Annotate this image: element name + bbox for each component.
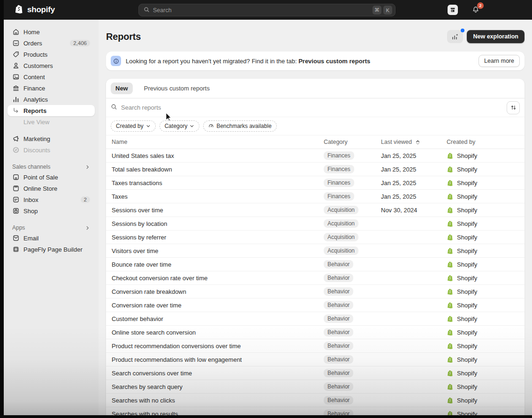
learn-more-button[interactable]: Learn more xyxy=(479,55,520,67)
table-row[interactable]: Searches with no clicks Behavior Shopify xyxy=(106,394,524,407)
table-row[interactable]: Checkout conversion rate over time Behav… xyxy=(106,271,524,285)
sidebar-item-marketing[interactable]: Marketing xyxy=(8,133,95,144)
last-viewed: Jan 25, 2025 xyxy=(381,179,447,187)
table-row[interactable]: Sessions over time Acquisition Nov 30, 2… xyxy=(106,203,524,217)
filter-benchmarks-available[interactable]: Benchmarks available xyxy=(203,120,276,132)
sidebar: HomeOrders2,406ProductsCustomersContentF… xyxy=(4,20,99,415)
category-badge: Behavior xyxy=(324,342,353,350)
info-icon xyxy=(111,56,121,66)
report-name: Searches with no clicks xyxy=(112,397,324,404)
sort-carets-icon xyxy=(416,140,420,145)
report-name: Online store search conversion xyxy=(112,329,324,336)
category-badge: Behavior xyxy=(324,369,353,377)
table-row[interactable]: Sessions by location Acquisition Shopify xyxy=(106,217,524,231)
table-row[interactable]: Searches with no results Behavior Shopif… xyxy=(106,407,524,415)
table-row[interactable]: Online store search conversion Behavior … xyxy=(106,326,524,339)
filter-category[interactable]: Category xyxy=(160,120,200,132)
sidebar-item-customers[interactable]: Customers xyxy=(8,60,95,71)
sales-channels-title: Sales channels xyxy=(12,164,50,170)
shopify-green-bag-icon xyxy=(447,261,454,268)
new-exploration-button[interactable]: New exploration xyxy=(467,30,524,43)
table-row[interactable]: Conversion rate over time Behavior Shopi… xyxy=(106,299,524,312)
sidebar-item-label: Point of Sale xyxy=(23,174,58,181)
analytics-explore-button[interactable] xyxy=(447,30,463,43)
report-name: Bounce rate over time xyxy=(112,261,324,268)
notifications-button[interactable]: 2 xyxy=(470,4,481,15)
sidebar-apps: EmailPageFly Page Builder xyxy=(8,232,95,255)
category-badge: Finances xyxy=(324,151,354,160)
sidebar-item-email[interactable]: Email xyxy=(8,232,95,244)
table-row[interactable]: Conversion rate breakdown Behavior Shopi… xyxy=(106,285,524,299)
window-left-edge xyxy=(0,0,4,418)
shopify-green-bag-icon xyxy=(447,220,454,227)
sidebar-item-label: Analytics xyxy=(23,96,48,103)
filter-created-by[interactable]: Created by xyxy=(111,120,156,132)
table-row[interactable]: United States sales tax Finances Jan 25,… xyxy=(106,149,524,163)
created-by-label: Shopify xyxy=(457,152,477,159)
orders-icon xyxy=(12,39,20,47)
shopify-green-bag-icon xyxy=(447,397,454,404)
sidebar-item-live-view[interactable]: Live View xyxy=(8,116,95,127)
tab-new[interactable]: New xyxy=(111,82,133,94)
report-name: Total sales breakdown xyxy=(112,166,324,173)
col-last-viewed[interactable]: Last viewed xyxy=(381,139,447,145)
category-badge: Behavior xyxy=(324,328,353,336)
table-row[interactable]: Bounce rate over time Behavior Shopify xyxy=(106,258,524,271)
category-badge: Acquisition xyxy=(324,233,358,241)
report-name: Searches by search query xyxy=(112,383,324,390)
category-badge: Acquisition xyxy=(324,206,358,214)
global-search-input[interactable]: Search ⌘ K xyxy=(138,4,395,16)
sidebar-item-products[interactable]: Products xyxy=(8,49,95,60)
reports-search-input[interactable]: Search reports xyxy=(121,104,507,111)
report-name: Checkout conversion rate over time xyxy=(112,275,324,282)
sidebar-secondary-nav: MarketingDiscounts xyxy=(8,133,95,156)
col-created-by[interactable]: Created by xyxy=(447,139,519,145)
last-viewed: Jan 25, 2025 xyxy=(381,193,447,200)
sidebar-item-online-store[interactable]: Online Store xyxy=(8,183,95,194)
sidebar-item-home[interactable]: Home xyxy=(8,26,95,37)
sidebar-item-orders[interactable]: Orders2,406 xyxy=(8,37,95,49)
sidebar-item-label: Online Store xyxy=(23,185,57,192)
shopify-green-bag-icon xyxy=(447,275,454,282)
shopify-green-bag-icon xyxy=(447,207,454,214)
sidebar-item-inbox[interactable]: Inbox2 xyxy=(8,194,95,205)
sidebar-item-content[interactable]: Content xyxy=(8,71,95,82)
shopify-green-bag-icon xyxy=(447,179,454,187)
sidebar-item-discounts[interactable]: Discounts xyxy=(8,144,95,156)
shopify-bag-icon xyxy=(14,4,24,16)
table-row[interactable]: Customer behavior Behavior Shopify xyxy=(106,312,524,326)
table-row[interactable]: Searches by search query Behavior Shopif… xyxy=(106,380,524,394)
sidebar-item-reports[interactable]: Reports xyxy=(8,105,95,116)
created-by-label: Shopify xyxy=(457,397,477,404)
table-row[interactable]: Visitors over time Acquisition Shopify xyxy=(106,244,524,258)
category-badge: Finances xyxy=(324,179,354,187)
col-category[interactable]: Category xyxy=(324,139,381,145)
shopify-green-bag-icon xyxy=(447,234,454,241)
sidebar-item-label: Content xyxy=(23,74,45,81)
tab-previous-custom-reports[interactable]: Previous custom reports xyxy=(139,82,214,94)
table-row[interactable]: Search conversions over time Behavior Sh… xyxy=(106,366,524,380)
sort-button[interactable] xyxy=(507,101,520,114)
sidebar-item-point-of-sale[interactable]: Point of Sale xyxy=(8,172,95,183)
sidebar-item-analytics[interactable]: Analytics xyxy=(8,94,95,105)
filter-benchmarks-label: Benchmarks available xyxy=(216,123,271,129)
table-row[interactable]: Total sales breakdown Finances Jan 25, 2… xyxy=(106,163,524,176)
sales-channels-header[interactable]: Sales channels xyxy=(8,162,95,172)
created-by-label: Shopify xyxy=(457,166,477,173)
sidebar-item-pagefly-page-builder[interactable]: PageFly Page Builder xyxy=(8,244,95,255)
sidebar-item-label: Reports xyxy=(23,107,46,114)
store-avatar[interactable] xyxy=(448,5,458,15)
col-name[interactable]: Name xyxy=(112,139,324,145)
sidebar-item-shop[interactable]: Shop xyxy=(8,205,95,216)
last-viewed: Jan 25, 2025 xyxy=(381,166,447,173)
table-row[interactable]: Taxes Finances Jan 25, 2025 Shopify xyxy=(106,190,524,203)
apps-header[interactable]: Apps xyxy=(8,223,95,232)
created-by-label: Shopify xyxy=(457,383,477,390)
table-row[interactable]: Product recommendations with low engagem… xyxy=(106,353,524,366)
sidebar-item-label: Email xyxy=(23,235,39,242)
table-row[interactable]: Taxes transactions Finances Jan 25, 2025… xyxy=(106,176,524,190)
sidebar-item-finance[interactable]: Finance xyxy=(8,82,95,94)
table-row[interactable]: Sessions by referrer Acquisition Shopify xyxy=(106,231,524,244)
shopify-green-bag-icon xyxy=(447,193,454,200)
table-row[interactable]: Product recommendation conversions over … xyxy=(106,339,524,353)
